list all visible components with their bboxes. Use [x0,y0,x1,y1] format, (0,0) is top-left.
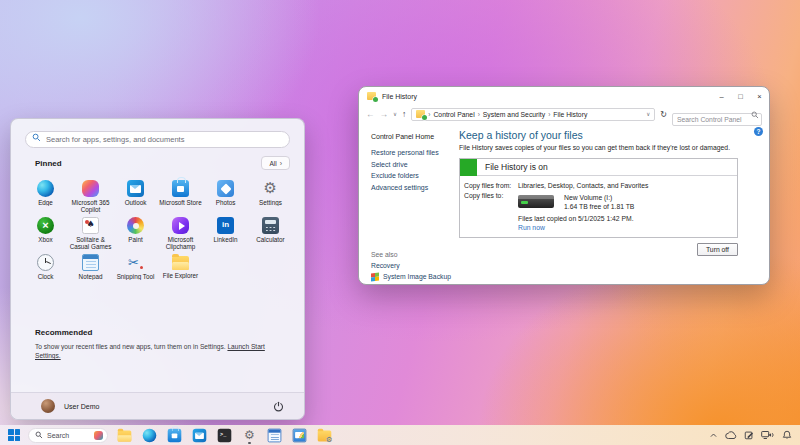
minimize-button[interactable]: – [712,87,731,105]
user-name[interactable]: User Demo [64,403,99,410]
turn-off-button[interactable]: Turn off [697,243,738,256]
app-tile-solitaire[interactable]: Solitaire & Casual Games [68,216,113,253]
app-tile-notepad[interactable]: Notepad [68,253,113,290]
see-also-recovery-link[interactable]: Recovery [371,262,451,269]
app-label: Microsoft 365 Copilot [68,199,113,214]
app-label: Microsoft Clipchamp [158,236,203,251]
app-label: Microsoft Store [158,199,203,206]
taskbar-item-edge[interactable] [141,426,158,445]
app-label: Edge [23,199,68,206]
control-panel-icon [318,430,332,441]
taskbar-item-media-viewer[interactable] [291,426,308,445]
app-label: Solitaire & Casual Games [68,236,113,251]
taskbar: Search [0,425,800,445]
up-button[interactable]: ↑ [402,110,406,119]
taskbar-search[interactable]: Search [28,428,108,443]
taskbar-item-terminal[interactable] [216,426,233,445]
start-search-input[interactable] [25,131,290,148]
window-content: Control Panel Home Restore personal file… [359,123,769,284]
breadcrumb-file-history[interactable]: File History [553,111,587,118]
app-tile-clipchamp[interactable]: Microsoft Clipchamp [158,216,203,253]
calculator-icon [262,217,279,234]
sidebar-item-control-panel-home[interactable]: Control Panel Home [371,133,439,140]
edge-icon [37,180,54,197]
tray-onedrive[interactable] [725,431,737,440]
app-tile-edge[interactable]: Edge [23,179,68,216]
file-history-window: File History – □ × ← → ∨ ↑ › Control Pan… [358,86,770,285]
app-label: Xbox [23,236,68,243]
maximize-button[interactable]: □ [731,87,750,105]
all-apps-label: All [269,160,276,167]
sidebar-item-advanced-settings[interactable]: Advanced settings [371,184,439,191]
see-also-system-image-backup-link[interactable]: System Image Backup [383,273,451,280]
all-apps-button[interactable]: All › [261,156,290,170]
app-tile-settings[interactable]: Settings [248,179,293,216]
taskbar-item-journal[interactable] [266,426,283,445]
address-dropdown-icon[interactable]: ∨ [646,111,650,117]
file-history-app-icon [367,92,376,100]
sidebar-item-select-drive[interactable]: Select drive [371,161,439,168]
sidebar-item-exclude-folders[interactable]: Exclude folders [371,172,439,179]
address-bar[interactable]: › Control Panel › System and Security › … [411,108,655,121]
control-panel-search [672,108,762,121]
chevron-right-icon: › [280,160,282,167]
taskbar-item-control-panel[interactable] [316,426,333,445]
copy-to-label: Copy files to: [464,192,518,211]
help-icon[interactable]: ? [754,127,763,136]
taskbar-item-outlook[interactable] [191,426,208,445]
taskbar-item-file-explorer[interactable] [116,426,133,445]
tray-network-volume[interactable] [761,430,775,440]
tray-windows-ink[interactable] [744,430,754,440]
search-highlight-image [94,431,103,440]
app-tile-linkedin[interactable]: LinkedIn [203,216,248,253]
app-tile-clock[interactable]: Clock [23,253,68,290]
app-tile-calculator[interactable]: Calculator [248,216,293,253]
store-icon [168,428,182,442]
app-label: Paint [113,236,158,243]
app-tile-xbox[interactable]: Xbox [23,216,68,253]
search-icon [32,133,41,142]
window-titlebar[interactable]: File History – □ × [359,87,769,105]
user-avatar[interactable] [41,399,55,413]
refresh-icon[interactable]: ↻ [660,110,667,119]
taskbar-item-microsoft-store[interactable] [166,426,183,445]
start-search [25,128,290,145]
history-dropdown-icon[interactable]: ∨ [393,111,397,117]
app-label: Settings [248,199,293,206]
app-tile-microsoft-store[interactable]: Microsoft Store [158,179,203,216]
target-drive: New Volume (I:) 1.64 TB free of 1.81 TB [518,193,731,211]
app-tile-file-explorer[interactable]: File Explorer [158,253,203,290]
page-description: File History saves copies of your files … [459,144,738,151]
start-button[interactable] [8,429,20,441]
store-icon [172,180,189,197]
close-button[interactable]: × [750,87,769,105]
app-label: Outlook [113,199,158,206]
outlook-icon [193,428,207,442]
breadcrumb-control-panel[interactable]: Control Panel [433,111,474,118]
app-tile-outlook[interactable]: Outlook [113,179,158,216]
app-tile-snipping-tool[interactable]: Snipping Tool [113,253,158,290]
windows-logo-icon [15,436,21,442]
sidebar-item-restore-personal-files[interactable]: Restore personal files [371,149,439,156]
windows-logo-icon [8,436,14,442]
breadcrumb-system-and-security[interactable]: System and Security [483,111,545,118]
app-tile-microsoft-365-copilot[interactable]: Microsoft 365 Copilot [68,179,113,216]
app-tile-photos[interactable]: Photos [203,179,248,216]
forward-button[interactable]: → [380,110,389,119]
start-menu-footer: User Demo [11,392,304,419]
drive-name: New Volume (I:) [564,193,634,202]
power-button[interactable] [273,401,284,412]
tray-show-hidden-icons[interactable] [709,431,718,440]
taskbar-item-settings[interactable] [241,426,258,445]
app-tile-paint[interactable]: Paint [113,216,158,253]
cloud-icon [725,431,737,440]
run-now-link[interactable]: Run now [518,224,731,231]
windows-logo-icon [8,429,14,435]
tray-notifications[interactable] [782,430,792,440]
app-label: LinkedIn [203,236,248,243]
back-button[interactable]: ← [366,110,375,119]
status-on-indicator [460,159,477,176]
copilot-icon [82,180,99,197]
window-navbar: ← → ∨ ↑ › Control Panel › System and Sec… [359,105,769,123]
last-copied-text: Files last copied on 5/1/2025 1:42 PM. [518,215,731,222]
